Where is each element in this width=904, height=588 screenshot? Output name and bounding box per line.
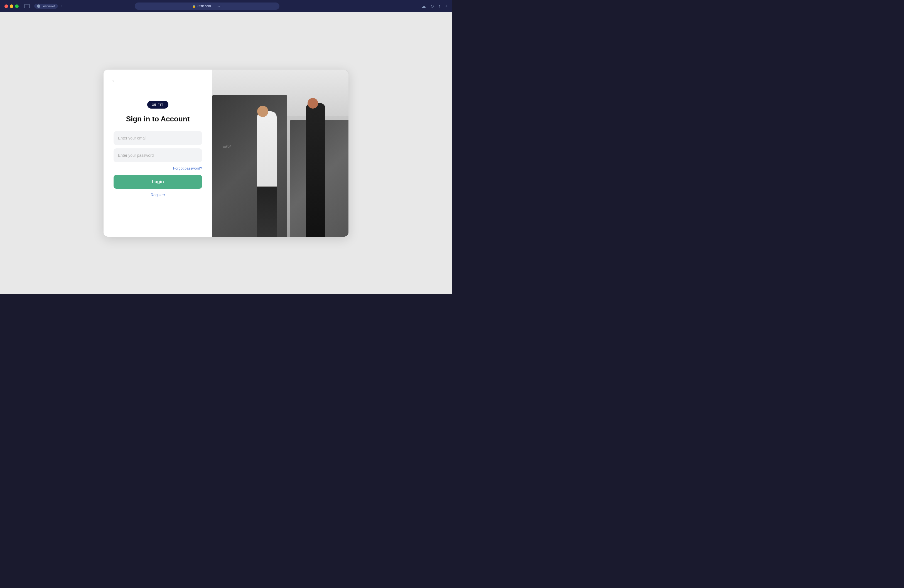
back-button[interactable]: ← [111,77,117,84]
address-bar[interactable]: 🔒 35fit.com ··· [135,3,280,10]
login-card: ← 35 FIT Sign in to Account Forgot passw… [104,70,348,237]
trainer-body [257,111,277,237]
password-input[interactable] [114,149,202,162]
page-background: ← 35 FIT Sign in to Account Forgot passw… [0,12,452,294]
register-link[interactable]: Register [150,193,165,197]
page-title: Sign in to Account [126,115,190,123]
traffic-light-green[interactable] [15,5,19,8]
browser-actions: ☁ ↻ ↑ + [421,4,447,9]
tab-nav-arrow[interactable]: ‹ [61,4,62,8]
user-body [306,103,326,237]
tab-label: Головний [42,5,55,8]
traffic-lights [5,5,19,8]
new-tab-icon[interactable]: + [445,4,447,9]
more-icon: ··· [217,4,220,8]
gym-background: milon [212,70,348,237]
traffic-light-red[interactable] [5,5,8,8]
logo-badge: 35 FIT [147,101,169,109]
form-panel: ← 35 FIT Sign in to Account Forgot passw… [104,70,212,237]
browser-tab[interactable]: Головний [34,4,58,9]
cloud-icon[interactable]: ☁ [421,4,426,9]
milon-label: milon [223,144,232,149]
gym-scene: milon [212,70,348,237]
login-button[interactable]: Login [114,175,202,189]
tab-favicon [37,5,40,8]
email-input[interactable] [114,131,202,145]
sidebar-toggle-button[interactable] [24,4,30,8]
tab-area: Головний ‹ [34,4,62,9]
browser-chrome: Головний ‹ 🔒 35fit.com ··· ☁ ↻ ↑ + [0,0,452,12]
traffic-light-yellow[interactable] [10,5,13,8]
form-content: 35 FIT Sign in to Account Forgot passwor… [114,101,202,197]
forgot-password-link[interactable]: Forgot password? [114,166,202,171]
trainer-head [257,106,268,117]
share-icon[interactable]: ↑ [438,4,441,9]
gym-image-panel: milon [212,70,348,237]
logo-text: 35 FIT [152,103,164,106]
address-more-button[interactable]: ··· [215,3,221,9]
user-head [308,98,318,109]
person-user [303,103,328,237]
person-trainer [253,111,281,237]
lock-icon: 🔒 [192,5,196,8]
address-text: 35fit.com [198,4,211,8]
reload-icon[interactable]: ↻ [430,4,434,9]
